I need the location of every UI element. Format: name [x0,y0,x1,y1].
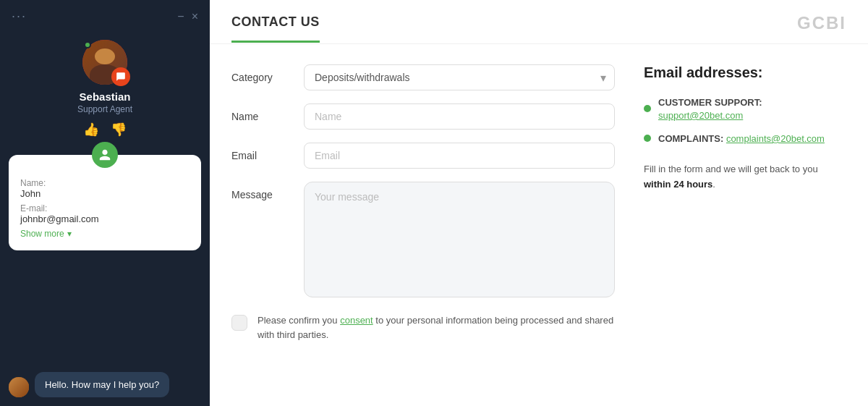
consent-link[interactable]: consent [340,315,373,326]
message-avatar-icon [9,377,29,397]
greeting-message: Hello. How may I help you? [35,372,169,397]
dots-icon[interactable]: ··· [12,9,27,24]
category-row: Category Deposits/withdrawals ▾ [231,64,615,90]
user-info-card: Name: John E-mail: johnbr@gmail.com Show… [9,155,201,250]
message-row: Message [231,182,615,300]
message-field [304,182,615,300]
chat-message-area: Hello. How may I help you? [0,256,210,406]
email-form-label: Email [231,143,289,161]
thumbs-down-button[interactable]: 👎 [111,122,127,138]
feedback-buttons: 👍 👎 [83,122,127,138]
complaints-dot [644,135,651,142]
name-label: Name: [20,178,190,188]
complaints-item: COMPLAINTS: complaints@20bet.com [644,132,846,145]
name-form-label: Name [231,103,289,122]
info-note: Fill in the form and we will get back to… [644,162,846,193]
close-icon[interactable]: × [192,10,198,23]
complaints-link[interactable]: complaints@20bet.com [726,133,825,144]
thumbs-up-button[interactable]: 👍 [83,122,99,138]
category-label: Category [231,64,289,83]
email-label-tag: E-mail: [20,203,190,213]
window-controls: − × [177,10,198,23]
minimize-icon[interactable]: − [177,10,184,23]
contact-form: Category Deposits/withdrawals ▾ Name Ema… [231,64,615,386]
info-section: Email addresses: CUSTOMER SUPPORT: suppo… [644,64,846,386]
support-dot [644,105,651,112]
chat-bubble-icon [111,67,130,86]
complaints-text: COMPLAINTS: complaints@20bet.com [658,132,825,145]
online-status-dot [84,41,91,48]
customer-support-link[interactable]: support@20bet.com [658,110,743,121]
user-info-content: Name: John E-mail: johnbr@gmail.com Show… [20,166,190,239]
logo: GCBI [797,13,846,33]
chat-header: ··· − × [0,9,210,33]
user-email: johnbr@gmail.com [20,213,190,224]
consent-row: Please confirm you consent to your perso… [231,313,615,342]
user-avatar-icon [92,142,118,168]
agent-name: Sebastian [80,90,131,103]
main-content: Category Deposits/withdrawals ▾ Name Ema… [210,44,868,406]
name-input[interactable] [304,103,615,130]
agent-section: Sebastian Support Agent 👍 👎 [0,33,210,149]
show-more-link[interactable]: Show more ▾ [20,229,190,239]
name-row: Name [231,103,615,130]
message-label: Message [231,182,289,200]
user-name: John [20,188,190,199]
main-header: CONTACT US GCBI [210,0,868,44]
email-addresses-title: Email addresses: [644,64,846,81]
email-field-wrapper [304,143,615,169]
page-title: CONTACT US [231,14,320,33]
customer-support-text: CUSTOMER SUPPORT: support@20bet.com [658,96,846,122]
email-input[interactable] [304,143,615,169]
main-panel: CONTACT US GCBI Category Deposits/withdr… [210,0,868,406]
avatar-wrapper [82,40,127,85]
chat-panel: ··· − × Sebastian Support Agent 👍 👎 [0,0,210,406]
customer-support-item: CUSTOMER SUPPORT: support@20bet.com [644,96,846,122]
consent-checkbox[interactable] [231,315,247,331]
category-select[interactable]: Deposits/withdrawals [304,64,615,90]
agent-title: Support Agent [77,104,132,114]
consent-text: Please confirm you consent to your perso… [258,313,615,342]
email-row: Email [231,143,615,169]
name-field [304,103,615,130]
category-field: Deposits/withdrawals ▾ [304,64,615,90]
message-textarea[interactable] [304,182,615,297]
